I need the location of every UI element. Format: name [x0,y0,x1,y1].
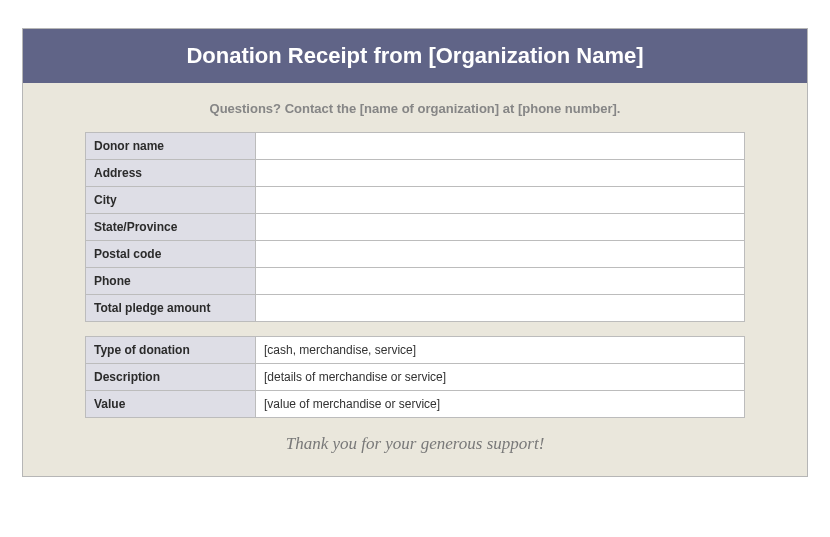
field-label: Phone [86,268,256,295]
field-label: Description [86,364,256,391]
field-label: Postal code [86,241,256,268]
table-row: Address [86,160,745,187]
table-row: State/Province [86,214,745,241]
field-label: Value [86,391,256,418]
table-row: Total pledge amount [86,295,745,322]
table-row: Value [value of merchandise or service] [86,391,745,418]
table-row: Phone [86,268,745,295]
field-value [256,241,745,268]
table-row: Type of donation [cash, merchandise, ser… [86,337,745,364]
field-value: [details of merchandise or service] [256,364,745,391]
title-bar: Donation Receipt from [Organization Name… [22,28,808,83]
field-label: Type of donation [86,337,256,364]
table-row: City [86,187,745,214]
table-row: Postal code [86,241,745,268]
donation-table: Type of donation [cash, merchandise, ser… [85,336,745,418]
thank-you-line: Thank you for your generous support! [23,418,807,458]
field-value [256,133,745,160]
table-row: Description [details of merchandise or s… [86,364,745,391]
field-label: City [86,187,256,214]
field-label: Total pledge amount [86,295,256,322]
page-title: Donation Receipt from [Organization Name… [186,43,643,68]
field-value [256,187,745,214]
donor-table: Donor name Address City State/Province P… [85,132,745,322]
field-value: [value of merchandise or service] [256,391,745,418]
receipt-body: Questions? Contact the [name of organiza… [22,83,808,477]
field-label: Address [86,160,256,187]
field-value [256,295,745,322]
field-label: State/Province [86,214,256,241]
field-value [256,268,745,295]
field-value: [cash, merchandise, service] [256,337,745,364]
contact-line: Questions? Contact the [name of organiza… [23,83,807,132]
field-value [256,160,745,187]
table-spacer [23,322,807,336]
field-label: Donor name [86,133,256,160]
field-value [256,214,745,241]
table-row: Donor name [86,133,745,160]
document-page: Donation Receipt from [Organization Name… [0,0,830,505]
